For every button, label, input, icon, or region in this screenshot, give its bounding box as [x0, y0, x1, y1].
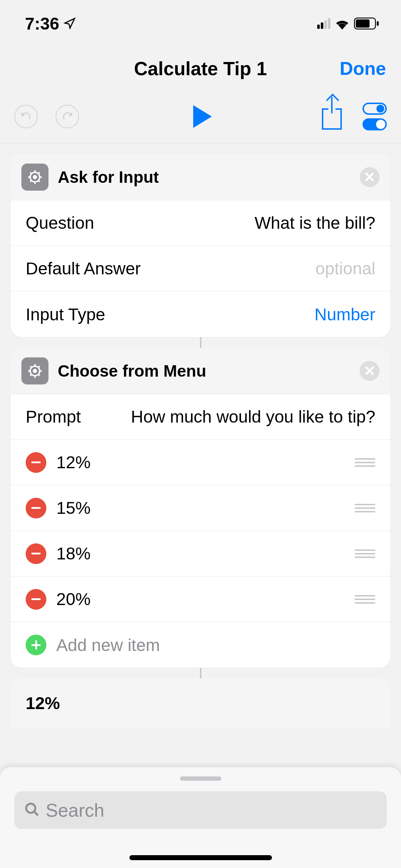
- status-time: 7:36: [25, 14, 76, 33]
- minus-icon: [31, 553, 41, 554]
- menu-item[interactable]: 18%: [11, 531, 390, 577]
- branch-label: 12%: [26, 694, 60, 713]
- input-type-label: Input Type: [26, 305, 105, 324]
- minus-icon: [31, 461, 41, 463]
- connector-line: [200, 668, 201, 678]
- menu-item-label: 20%: [56, 589, 345, 609]
- minus-icon: [31, 598, 41, 600]
- question-label: Question: [26, 213, 94, 233]
- drag-handle-icon[interactable]: [355, 595, 375, 604]
- gear-icon: [21, 164, 48, 191]
- svg-line-8: [34, 811, 38, 815]
- input-type-row[interactable]: Input Type Number: [11, 291, 390, 337]
- nav-header: Calculate Tip 1 Done: [0, 47, 401, 90]
- connector-line: [200, 337, 201, 348]
- redo-button[interactable]: [56, 105, 79, 128]
- settings-toggle-button[interactable]: [363, 103, 387, 130]
- menu-item-label: 18%: [56, 544, 345, 563]
- home-indicator[interactable]: [129, 855, 272, 860]
- share-button[interactable]: [322, 103, 342, 130]
- menu-item[interactable]: 15%: [11, 485, 390, 531]
- question-row[interactable]: Question What is the bill?: [11, 200, 390, 246]
- default-answer-row[interactable]: Default Answer optional: [11, 246, 390, 291]
- search-placeholder: Search: [46, 800, 104, 821]
- default-answer-label: Default Answer: [26, 259, 141, 278]
- prompt-label: Prompt: [26, 407, 81, 427]
- minus-icon: [31, 507, 41, 509]
- input-type-value: Number: [314, 305, 375, 324]
- svg-point-7: [26, 804, 36, 813]
- status-indicators: [317, 17, 380, 30]
- search-panel[interactable]: Search: [0, 767, 401, 868]
- done-button[interactable]: Done: [329, 58, 386, 79]
- delete-button[interactable]: [26, 452, 46, 473]
- status-bar: 7:36: [0, 0, 401, 47]
- search-icon: [24, 802, 40, 819]
- question-value: What is the bill?: [255, 213, 375, 233]
- menu-item[interactable]: 20%: [11, 577, 390, 622]
- action-header[interactable]: Choose from Menu ✕: [11, 348, 390, 394]
- close-icon: ✕: [364, 363, 376, 379]
- close-button[interactable]: ✕: [360, 361, 380, 381]
- delete-button[interactable]: [26, 498, 46, 518]
- close-button[interactable]: ✕: [360, 167, 380, 187]
- close-icon: ✕: [364, 169, 376, 185]
- action-title: Choose from Menu: [58, 361, 350, 381]
- svg-point-6: [34, 370, 36, 372]
- panel-handle[interactable]: [180, 776, 221, 781]
- content-area: Ask for Input ✕ Question What is the bil…: [0, 143, 401, 728]
- undo-button[interactable]: [14, 105, 38, 128]
- default-answer-placeholder: optional: [315, 259, 375, 278]
- add-button[interactable]: [26, 635, 46, 655]
- location-icon: [63, 17, 76, 30]
- drag-handle-icon[interactable]: [355, 504, 375, 512]
- prompt-value: How much would you like to tip?: [131, 407, 375, 427]
- svg-point-4: [34, 176, 36, 179]
- menu-item-label: 15%: [56, 498, 345, 518]
- drag-handle-icon[interactable]: [355, 549, 375, 558]
- wifi-icon: [334, 17, 350, 30]
- play-button[interactable]: [193, 105, 212, 128]
- delete-button[interactable]: [26, 543, 46, 564]
- svg-rect-1: [356, 19, 370, 27]
- action-menu-branch[interactable]: 12%: [11, 678, 390, 728]
- menu-item[interactable]: 12%: [11, 440, 390, 485]
- svg-rect-2: [377, 21, 379, 26]
- toolbar: [0, 90, 401, 143]
- page-title: Calculate Tip 1: [72, 58, 329, 79]
- delete-button[interactable]: [26, 589, 46, 610]
- time-label: 7:36: [25, 14, 59, 33]
- action-header[interactable]: Ask for Input ✕: [11, 154, 390, 200]
- action-title: Ask for Input: [58, 167, 350, 187]
- gear-icon: [21, 357, 48, 384]
- action-ask-for-input: Ask for Input ✕ Question What is the bil…: [11, 154, 390, 337]
- add-new-item-row[interactable]: Add new item: [11, 622, 390, 668]
- action-choose-from-menu: Choose from Menu ✕ Prompt How much would…: [11, 348, 390, 668]
- prompt-row[interactable]: Prompt How much would you like to tip?: [11, 394, 390, 440]
- cellular-icon: [317, 18, 330, 29]
- drag-handle-icon[interactable]: [355, 458, 375, 467]
- search-input[interactable]: Search: [14, 791, 387, 829]
- menu-item-label: 12%: [56, 453, 345, 472]
- add-new-label: Add new item: [56, 635, 375, 655]
- battery-icon: [354, 17, 380, 30]
